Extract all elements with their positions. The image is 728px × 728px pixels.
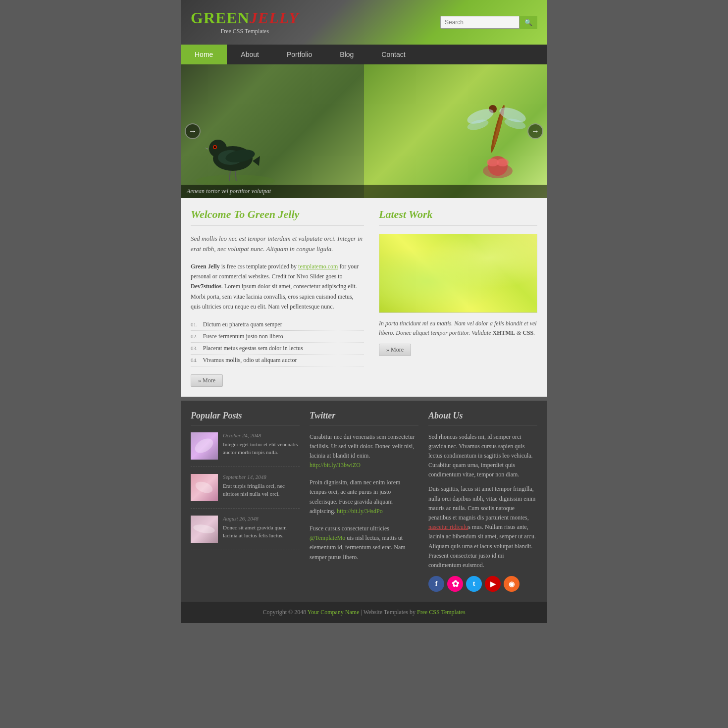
popular-post-2: September 14, 2048 Erat turpis fringilla… — [191, 474, 300, 509]
work-image-inner — [379, 234, 537, 312]
list-item: 02. Fusce fermentum justo non libero — [191, 331, 364, 343]
post-text-2: Erat turpis fringilla orci, nec ultrices… — [223, 482, 300, 498]
popular-post-1: October 24, 2048 Integer eget tortor et … — [191, 432, 300, 467]
templatemo-link[interactable]: templatemo.com — [298, 263, 338, 270]
main-nav: Home About Portfolio Blog Contact — [181, 45, 547, 64]
post-info-1: October 24, 2048 Integer eget tortor et … — [223, 432, 300, 460]
search-button[interactable]: 🔍 — [520, 16, 537, 29]
list-item: 03. Placerat metus egestas sem dolor in … — [191, 343, 364, 355]
company-link[interactable]: Your Company Name — [308, 609, 360, 616]
welcome-section: Welcome To Green Jelly Sed mollis leo ne… — [191, 208, 364, 387]
about-us-section: About Us Sed rhoncus sodales mi, id semp… — [428, 411, 537, 592]
nav-home[interactable]: Home — [181, 45, 227, 64]
slider-next-arrow[interactable]: → — [527, 123, 543, 139]
post-date-1: October 24, 2048 — [223, 432, 300, 438]
post-thumb-1 — [191, 432, 218, 460]
twitter-title: Twitter — [310, 411, 418, 425]
welcome-more-button[interactable]: » More — [191, 374, 223, 387]
post-thumb-3 — [191, 516, 218, 543]
svg-marker-6 — [205, 148, 208, 150]
about-us-title: About Us — [428, 411, 537, 425]
svg-point-5 — [214, 146, 216, 148]
list-item: 04. Vivamus mollis, odio ut aliquam auct… — [191, 355, 364, 366]
post-info-3: August 26, 2048 Donec sit amet gravida q… — [223, 516, 300, 543]
work-caption: In porta tincidunt mi eu mattis. Nam vel… — [379, 319, 537, 338]
flickr-icon[interactable]: ✿ — [447, 576, 463, 592]
copyright-text: Copyright © 2048 — [262, 609, 307, 616]
footer-bottom: Copyright © 2048 Your Company Name | Web… — [181, 602, 547, 623]
welcome-list: 01. Dictum eu pharetra quam semper 02. F… — [191, 319, 364, 366]
popular-posts-title: Popular Posts — [191, 411, 300, 425]
nav-portfolio[interactable]: Portfolio — [273, 45, 326, 64]
section-divider — [181, 397, 547, 401]
slider-prev-arrow[interactable]: → — [185, 123, 201, 139]
post-thumb-image-3 — [191, 516, 218, 543]
logo: GREENJELLY Free CSS Templates — [191, 10, 299, 35]
logo-red: JELLY — [250, 9, 299, 27]
nav-about[interactable]: About — [227, 45, 273, 64]
popular-post-3: August 26, 2048 Donec sit amet gravida q… — [191, 516, 300, 550]
bird-illustration — [191, 109, 280, 188]
nav-contact[interactable]: Contact — [367, 45, 419, 64]
work-image — [379, 234, 537, 313]
post-thumb-image-2 — [191, 474, 218, 501]
slide-right — [364, 64, 547, 198]
post-text-1: Integer eget tortor et elit venenatis au… — [223, 440, 300, 457]
about-text-2: Duis sagittis, lacus sit amet tempor fri… — [428, 484, 537, 570]
main-content: Welcome To Green Jelly Sed mollis leo ne… — [181, 198, 547, 397]
welcome-intro: Sed mollis leo nec est tempor interdum e… — [191, 234, 364, 255]
welcome-title: Welcome To Green Jelly — [191, 208, 364, 226]
twitter-section: Twitter Curabitur nec dui venenatis sem … — [310, 411, 418, 592]
post-thumb-2 — [191, 474, 218, 501]
footer-mid-text: | Website Templates by — [360, 609, 417, 616]
facebook-icon[interactable]: f — [428, 576, 444, 592]
tweet-3: Fusce cursus consectetur ultricies @Temp… — [310, 524, 418, 562]
rss-icon[interactable]: ◉ — [504, 576, 520, 592]
header: GREENJELLY Free CSS Templates 🔍 — [181, 0, 547, 45]
popular-posts-section: Popular Posts October 24, 2048 Integer e… — [191, 411, 300, 592]
svg-marker-8 — [253, 156, 260, 166]
templates-link[interactable]: Free CSS Templates — [417, 609, 466, 616]
logo-text: GREENJELLY — [191, 10, 299, 26]
latest-work-title: Latest Work — [379, 208, 537, 226]
tweet-link-2[interactable]: http://bit.ly/34sdPo — [337, 508, 382, 515]
tweet-1: Curabitur nec dui venenatis sem consecte… — [310, 432, 418, 470]
tweet-2: Proin dignissim, diam nec enim lorem tem… — [310, 478, 418, 516]
footer-content: Popular Posts October 24, 2048 Integer e… — [181, 401, 547, 602]
latest-work-section: Latest Work In porta tincidunt mi eu mat… — [379, 208, 537, 387]
work-more-button[interactable]: » More — [379, 344, 411, 356]
welcome-body: Green Jelly is free css template provide… — [191, 261, 364, 312]
post-date-2: September 14, 2048 — [223, 474, 300, 480]
youtube-icon[interactable]: ▶ — [485, 576, 501, 592]
svg-point-14 — [497, 158, 509, 166]
hero-slider: Aenean tortor vel porttitor volutpat → → — [181, 64, 547, 198]
post-date-3: August 26, 2048 — [223, 516, 300, 521]
list-item: 01. Dictum eu pharetra quam semper — [191, 319, 364, 331]
social-icons: f ✿ t ▶ ◉ — [428, 576, 537, 592]
nascetur-link[interactable]: nascetur ridiculu — [428, 523, 468, 530]
tweet-mention[interactable]: @TemplateMo — [310, 534, 345, 541]
search-area: 🔍 — [440, 16, 537, 29]
logo-subtitle: Free CSS Templates — [191, 28, 299, 35]
post-thumb-image-1 — [191, 432, 218, 460]
slide-left — [181, 64, 364, 198]
search-input[interactable] — [440, 16, 520, 29]
slide-caption: Aenean tortor vel porttitor volutpat — [181, 185, 547, 198]
logo-green: GREEN — [191, 9, 250, 27]
twitter-icon[interactable]: t — [466, 576, 482, 592]
tweet-link-1[interactable]: http://bit.ly/13bwiZO — [310, 462, 361, 468]
post-info-2: September 14, 2048 Erat turpis fringilla… — [223, 474, 300, 501]
nav-blog[interactable]: Blog — [326, 45, 367, 64]
post-text-3: Donec sit amet gravida quam lacinia at l… — [223, 523, 300, 540]
about-text-1: Sed rhoncus sodales mi, id semper orci g… — [428, 432, 537, 480]
dragonfly-illustration — [463, 79, 532, 178]
